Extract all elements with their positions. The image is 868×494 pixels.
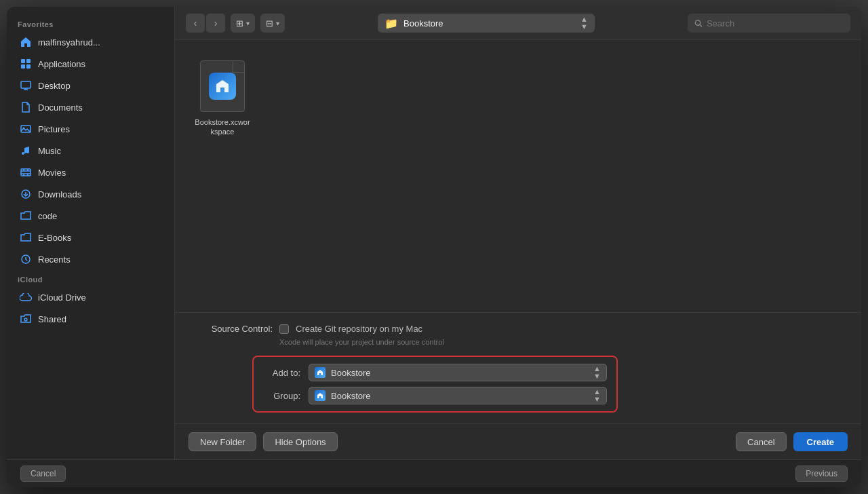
search-bar[interactable] <box>688 14 850 33</box>
movies-icon <box>19 166 33 179</box>
svg-point-22 <box>695 20 700 24</box>
sidebar-label-music: Music <box>38 146 61 156</box>
add-to-dropdown[interactable]: Bookstore ▲ ▼ <box>309 364 607 381</box>
svg-rect-2 <box>21 64 25 69</box>
create-git-checkbox[interactable] <box>279 324 289 334</box>
group-xcode-icon <box>315 390 326 401</box>
sidebar-item-shared[interactable]: Shared <box>11 309 170 329</box>
source-control-row: Source Control: Create Git repository on… <box>191 324 845 334</box>
search-icon <box>694 19 703 28</box>
music-icon <box>19 144 33 157</box>
xcworkspace-icon <box>200 60 245 112</box>
forward-button[interactable]: › <box>206 14 225 33</box>
create-git-label: Create Git repository on my Mac <box>296 324 422 334</box>
file-item-bookstore[interactable]: Bookstore.xcworkspace <box>189 54 256 142</box>
svg-point-21 <box>24 318 27 321</box>
sidebar-item-recents[interactable]: Recents <box>11 249 170 269</box>
main-content: ‹ › ⊞ ▾ ⊟ ▾ 📁 Bookstore <box>175 7 861 459</box>
svg-rect-0 <box>21 59 25 63</box>
sidebar-item-music[interactable]: Music <box>11 140 170 161</box>
sidebar-label-icloud-drive: iCloud Drive <box>38 292 86 303</box>
add-to-row: Add to: Bookstore <box>263 364 607 381</box>
add-group-section: Add to: Bookstore <box>252 356 618 413</box>
group-label: Group: <box>263 391 300 401</box>
save-dialog: Favorites malfinsyahrud... <box>7 7 861 487</box>
sidebar-item-desktop[interactable]: Desktop <box>11 75 170 96</box>
location-label: Bookstore <box>403 18 443 28</box>
sidebar-label-movies: Movies <box>38 168 66 178</box>
sidebar-label-pictures: Pictures <box>38 124 70 134</box>
shared-folder-icon <box>19 312 33 326</box>
pictures-icon <box>19 122 33 136</box>
sidebar-label-documents: Documents <box>38 102 83 113</box>
toolbar: ‹ › ⊞ ▾ ⊟ ▾ 📁 Bookstore <box>175 7 861 40</box>
sidebar-label-code: code <box>38 211 57 221</box>
sidebar-label-malfinsyahrud: malfinsyahrud... <box>38 37 100 48</box>
location-stepper-icon: ▲ ▼ <box>580 16 588 31</box>
location-folder-icon: 📁 <box>384 17 398 30</box>
svg-line-23 <box>700 24 702 26</box>
icloud-section-label: iCloud <box>7 270 174 286</box>
icon-view-button[interactable]: ⊞ ▾ <box>231 14 255 33</box>
options-panel: Source Control: Create Git repository on… <box>175 312 861 423</box>
svg-point-9 <box>22 152 24 155</box>
source-control-hint: Xcode will place your project under sour… <box>279 338 845 346</box>
view1-chevron-icon: ▾ <box>246 20 250 27</box>
svg-rect-3 <box>26 64 31 69</box>
sidebar-label-recents: Recents <box>38 254 71 265</box>
group-row: Group: Bookstore <box>263 387 607 404</box>
cancel-button[interactable]: Cancel <box>736 432 786 451</box>
recents-icon <box>19 252 33 266</box>
previous-button[interactable]: Previous <box>795 466 848 482</box>
sidebar: Favorites malfinsyahrud... <box>7 7 175 459</box>
group-stepper-icon: ▲ ▼ <box>593 388 601 403</box>
icloud-icon <box>19 290 33 304</box>
sidebar-label-applications: Applications <box>38 59 85 69</box>
sidebar-item-applications[interactable]: Applications <box>11 54 170 74</box>
svg-rect-11 <box>21 169 31 176</box>
create-button[interactable]: Create <box>793 432 848 451</box>
documents-icon <box>19 100 33 114</box>
sidebar-item-downloads[interactable]: Downloads <box>11 184 170 204</box>
house-icon <box>19 35 33 49</box>
sidebar-item-icloud-drive[interactable]: iCloud Drive <box>11 287 170 307</box>
svg-rect-4 <box>21 81 31 88</box>
ebooks-folder-icon <box>19 231 33 244</box>
list-view-button[interactable]: ⊟ ▾ <box>260 14 285 33</box>
svg-point-10 <box>26 151 29 153</box>
downloads-icon <box>19 187 33 201</box>
view2-chevron-icon: ▾ <box>276 20 279 27</box>
cancel-bottom-button[interactable]: Cancel <box>20 466 66 482</box>
desktop-icon <box>19 79 33 92</box>
back-button[interactable]: ‹ <box>186 14 205 33</box>
sidebar-label-desktop: Desktop <box>38 81 71 91</box>
group-dropdown[interactable]: Bookstore ▲ ▼ <box>309 387 607 404</box>
applications-icon <box>19 57 33 71</box>
favorites-section-label: Favorites <box>7 15 174 31</box>
sidebar-item-ebooks[interactable]: E-Books <box>11 227 170 248</box>
sidebar-label-downloads: Downloads <box>38 189 81 200</box>
icon-view-grid-icon: ⊞ <box>236 18 243 28</box>
sidebar-item-code[interactable]: code <box>11 206 170 226</box>
file-icon-wrapper <box>199 59 246 113</box>
bottom-bar: New Folder Hide Options Cancel Create <box>175 423 861 459</box>
sidebar-item-malfinsyahrud[interactable]: malfinsyahrud... <box>11 32 170 52</box>
add-to-value: Bookstore <box>331 368 371 378</box>
sidebar-item-pictures[interactable]: Pictures <box>11 119 170 139</box>
file-browser: Bookstore.xcworkspace <box>175 40 861 312</box>
search-input[interactable] <box>707 18 844 28</box>
source-control-label: Source Control: <box>191 324 273 334</box>
new-folder-button[interactable]: New Folder <box>189 432 256 451</box>
xcode-logo-icon <box>209 73 236 100</box>
add-to-label: Add to: <box>263 368 300 378</box>
sidebar-item-movies[interactable]: Movies <box>11 162 170 183</box>
svg-rect-1 <box>26 59 31 63</box>
nav-buttons: ‹ › <box>186 14 225 33</box>
code-folder-icon <box>19 209 33 223</box>
group-value: Bookstore <box>331 391 371 401</box>
location-dropdown[interactable]: 📁 Bookstore ▲ ▼ <box>378 14 595 33</box>
add-to-stepper-icon: ▲ ▼ <box>593 365 601 380</box>
extra-bar: Cancel Previous <box>7 459 861 487</box>
sidebar-item-documents[interactable]: Documents <box>11 97 170 117</box>
hide-options-button[interactable]: Hide Options <box>263 432 337 451</box>
